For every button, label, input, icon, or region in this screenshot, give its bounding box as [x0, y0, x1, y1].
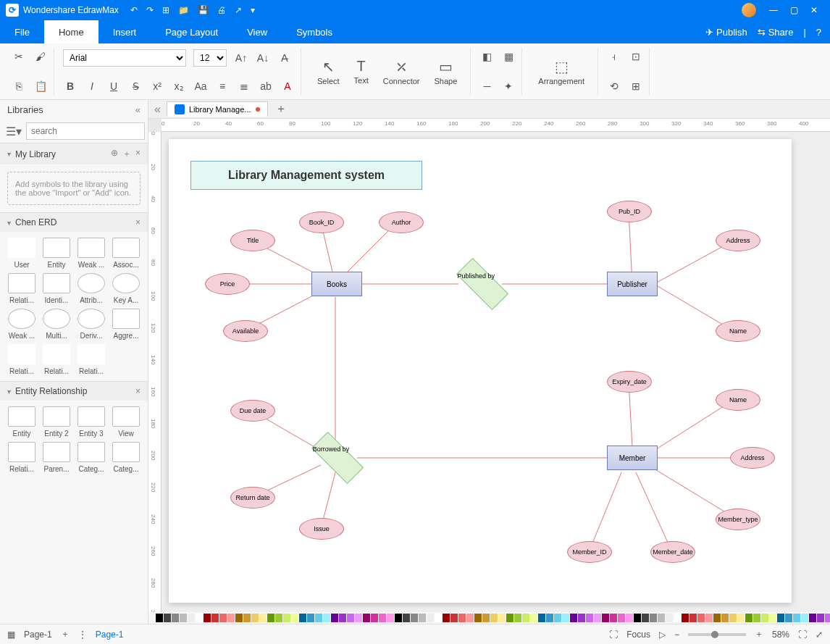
publish-button[interactable]: ✈ Publish — [705, 27, 747, 38]
cut-icon[interactable]: ✂ — [12, 49, 26, 64]
er-item[interactable]: Paren... — [41, 442, 72, 473]
library-search-input[interactable] — [26, 122, 145, 140]
underline-icon[interactable]: U — [106, 79, 121, 93]
strike-icon[interactable]: S̶ — [128, 79, 143, 93]
attr-duedate[interactable]: Due date — [230, 400, 275, 422]
diagram-title[interactable]: Library Management system — [190, 161, 422, 190]
zoom-in-icon[interactable]: ＋ — [755, 628, 763, 640]
chen-item[interactable]: Deriv... — [75, 309, 107, 340]
print-icon[interactable]: 🖨 — [217, 5, 226, 15]
qat-more-icon[interactable]: ▾ — [251, 5, 255, 15]
focus-icon[interactable]: ⛶ — [609, 630, 618, 640]
close-sec-icon[interactable]: × — [135, 148, 141, 160]
chen-item[interactable]: Relati... — [41, 344, 72, 375]
chen-item[interactable]: Weak ... — [75, 238, 107, 269]
font-size-select[interactable]: 12 — [193, 49, 227, 67]
distribute-icon[interactable]: ⊞ — [629, 79, 643, 93]
attr-title[interactable]: Title — [230, 230, 275, 251]
tab-symbols[interactable]: Symbols — [282, 20, 347, 43]
er-item[interactable]: Categ... — [75, 442, 107, 473]
save-icon[interactable]: 💾 — [198, 5, 209, 15]
arrangement-tool[interactable]: ⬚Arrangement — [531, 49, 592, 93]
my-library-section[interactable]: My Library — [15, 149, 56, 159]
add-icon[interactable]: ＋ — [122, 148, 131, 160]
page-prev-icon[interactable]: ＋ — [61, 628, 70, 640]
superscript-icon[interactable]: x² — [150, 79, 164, 93]
shape-tool[interactable]: ▭Shape — [427, 49, 465, 93]
zoom-out-icon[interactable]: − — [674, 630, 679, 640]
minimize-button[interactable]: — — [763, 5, 784, 15]
attr-name2[interactable]: Name — [716, 389, 760, 411]
add-tab-icon[interactable]: ＋ — [275, 101, 287, 117]
close-er-icon[interactable]: × — [135, 386, 141, 396]
attr-bookid[interactable]: Book_ID — [299, 212, 344, 233]
collapse-panel-icon[interactable]: « — [135, 104, 141, 115]
rel-published-by[interactable]: Published by — [456, 258, 508, 310]
chen-item[interactable]: Aggre... — [110, 309, 142, 340]
numbering-icon[interactable]: ≣ — [237, 79, 251, 93]
canvas[interactable]: Library Management system Books Publishe… — [162, 132, 830, 612]
attr-addr2[interactable]: Address — [730, 447, 775, 469]
attr-author[interactable]: Author — [379, 212, 424, 233]
paste-icon[interactable]: 📋 — [33, 79, 48, 93]
fit-page-icon[interactable]: ⛶ — [798, 630, 807, 640]
shadow-icon[interactable]: ▦ — [501, 49, 516, 64]
page-opts-icon[interactable]: ⋮ — [78, 630, 87, 640]
entity-publisher[interactable]: Publisher — [607, 272, 658, 296]
font-color-icon[interactable]: A — [280, 79, 295, 93]
tabs-collapse-icon[interactable]: « — [154, 103, 161, 116]
help-icon[interactable]: ? — [816, 27, 821, 38]
chen-item[interactable]: Attrib... — [75, 273, 107, 304]
connector-tool[interactable]: ⤫Connector — [376, 49, 427, 93]
attr-pubid[interactable]: Pub_ID — [607, 201, 652, 222]
format-painter-icon[interactable]: 🖌 — [33, 49, 48, 64]
chen-item[interactable]: Identi... — [41, 273, 72, 304]
increase-font-icon[interactable]: A↑ — [234, 51, 248, 65]
er-item[interactable]: View — [110, 406, 142, 438]
user-avatar[interactable] — [742, 3, 756, 17]
close-chen-icon[interactable]: × — [135, 217, 141, 227]
page-menu-icon[interactable]: ▦ — [7, 630, 15, 640]
rel-borrowed-by[interactable]: Borrowed by — [311, 432, 364, 484]
undo-icon[interactable]: ↶ — [130, 5, 138, 15]
chen-item[interactable]: Multi... — [41, 309, 72, 340]
page-tab[interactable]: Page-1 — [96, 630, 124, 640]
play-icon[interactable]: ▷ — [659, 630, 666, 640]
library-menu-icon[interactable]: ☰▾ — [6, 125, 22, 138]
tab-insert[interactable]: Insert — [98, 20, 151, 43]
attr-available[interactable]: Available — [223, 320, 268, 342]
chen-item[interactable]: Assoc... — [110, 238, 142, 269]
case-icon[interactable]: Aa — [193, 79, 208, 93]
maximize-button[interactable]: ▢ — [784, 5, 804, 15]
import-icon[interactable]: ⊕ — [111, 148, 118, 160]
new-icon[interactable]: ⊞ — [162, 5, 169, 15]
text-tool[interactable]: TText — [347, 49, 376, 93]
select-tool[interactable]: ↖Select — [310, 49, 347, 93]
decrease-font-icon[interactable]: A↓ — [256, 51, 270, 65]
bold-icon[interactable]: B — [63, 79, 77, 93]
chen-item[interactable]: Relati... — [75, 344, 107, 375]
page[interactable]: Library Management system Books Publishe… — [169, 139, 792, 603]
group-icon[interactable]: ⊡ — [629, 49, 643, 64]
export-icon[interactable]: ↗ — [235, 5, 242, 15]
attr-mid[interactable]: Member_ID — [567, 541, 612, 563]
italic-icon[interactable]: I — [85, 79, 99, 93]
fill-icon[interactable]: ◧ — [479, 49, 494, 64]
er-item[interactable]: Entity 2 — [41, 406, 72, 438]
attr-name1[interactable]: Name — [716, 320, 760, 342]
er-item[interactable]: Relati... — [6, 442, 38, 473]
entity-books[interactable]: Books — [311, 272, 362, 296]
attr-price[interactable]: Price — [205, 273, 250, 295]
tab-file[interactable]: File — [0, 20, 44, 43]
chen-item[interactable]: User — [6, 238, 38, 269]
chen-erd-section[interactable]: Chen ERD — [15, 217, 56, 227]
redo-icon[interactable]: ↷ — [146, 5, 154, 15]
er-item[interactable]: Entity — [6, 406, 38, 438]
tab-home[interactable]: Home — [44, 20, 98, 43]
fullscreen-icon[interactable]: ⤢ — [816, 630, 823, 640]
highlight-icon[interactable]: ab — [259, 79, 273, 93]
page-select[interactable]: Page-1 — [24, 630, 52, 640]
chen-item[interactable]: Weak ... — [6, 309, 38, 340]
attr-mdate[interactable]: Member_date — [650, 541, 695, 563]
clear-format-icon[interactable]: A̶ — [277, 51, 292, 65]
